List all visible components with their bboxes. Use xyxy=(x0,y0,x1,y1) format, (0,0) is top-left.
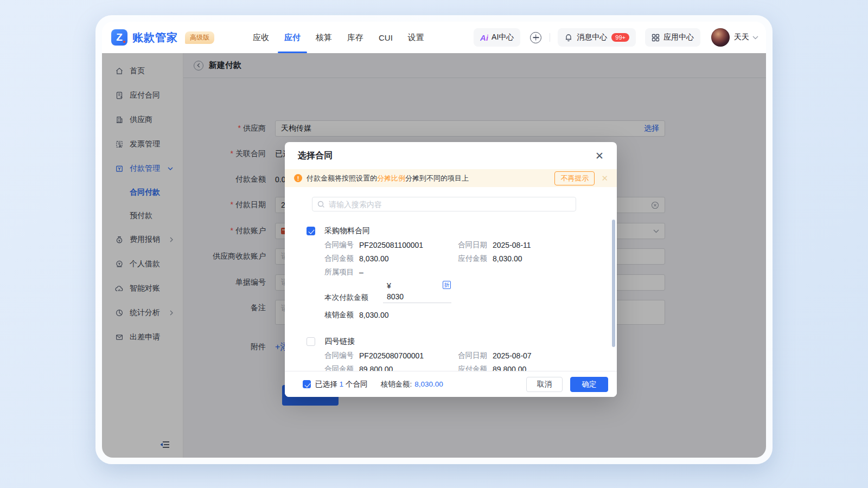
search-input[interactable] xyxy=(329,200,571,209)
chevron-down-icon[interactable] xyxy=(752,36,758,40)
nav-item-accounting[interactable]: 核算 xyxy=(308,22,340,53)
dialog-title: 选择合同 xyxy=(298,150,333,162)
navbar-right: Ai AI中心 消息中心 99+ xyxy=(474,28,758,47)
contract-no: PF2025080700001 xyxy=(359,351,424,360)
contract-date: 2025-08-07 xyxy=(493,351,532,360)
nav-item-cui[interactable]: CUI xyxy=(371,22,400,53)
contract-checkbox[interactable] xyxy=(307,227,315,235)
message-center-button[interactable]: 消息中心 99+ xyxy=(558,28,636,47)
current-payment-input[interactable]: ¥ 折 8030 xyxy=(383,292,451,303)
search-icon xyxy=(317,201,325,208)
banner-highlight[interactable]: 分摊比例 xyxy=(377,174,405,182)
contract-name: 四号链接 xyxy=(324,337,355,346)
warning-icon: ! xyxy=(294,174,302,182)
nav-item-receivable[interactable]: 应收 xyxy=(245,22,277,53)
contract-name: 采购物料合同 xyxy=(324,226,370,236)
payable-amount: 8,030.00 xyxy=(493,254,522,263)
contract-amount: 89,800.00 xyxy=(359,365,393,371)
project: – xyxy=(359,268,363,277)
contract-item: 四号链接 合同编号PF2025080700001 合同日期2025-08-07 … xyxy=(307,337,617,371)
nav-item-inventory[interactable]: 库存 xyxy=(340,22,371,53)
dialog-footer: 已选择1个合同 核销金额: 8,030.00 取消 确定 xyxy=(285,371,617,397)
ai-center-button[interactable]: Ai AI中心 xyxy=(474,28,520,47)
search-box[interactable] xyxy=(312,197,576,211)
banner-close-icon[interactable]: ✕ xyxy=(601,174,608,183)
dialog-body: 采购物料合同 合同编号PF2025081100001 合同日期2025-08-1… xyxy=(285,187,617,371)
brand[interactable]: Z 账款管家 高级版 xyxy=(111,29,214,46)
dont-remind-button[interactable]: 不再提示 xyxy=(554,171,595,185)
brand-name: 账款管家 xyxy=(132,30,178,45)
banner-text: 付款金额将按照设置的分摊比例分摊到不同的项目上 xyxy=(307,174,469,183)
footer-writeoff-label: 核销金额: xyxy=(381,380,412,389)
dialog-header: 选择合同 ✕ xyxy=(285,142,617,169)
payable-amount: 89,800.00 xyxy=(493,365,526,371)
contract-item: 采购物料合同 合同编号PF2025081100001 合同日期2025-08-1… xyxy=(307,226,617,320)
grid-icon xyxy=(652,34,660,42)
user-name: 天天 xyxy=(734,33,749,42)
contract-no: PF2025081100001 xyxy=(359,241,423,249)
create-button[interactable] xyxy=(530,32,541,43)
brand-logo-icon: Z xyxy=(111,29,127,46)
modal-scrollbar[interactable] xyxy=(612,220,615,347)
select-contract-dialog: 选择合同 ✕ ! 付款金额将按照设置的分摊比例分摊到不同的项目上 不再提示 ✕ … xyxy=(285,142,617,397)
contract-checkbox[interactable] xyxy=(307,337,315,346)
plus-icon xyxy=(530,32,541,43)
nav-item-settings[interactable]: 设置 xyxy=(400,22,432,53)
confirm-button[interactable]: 确定 xyxy=(570,377,608,392)
writeoff-amount: 8,030.00 xyxy=(359,311,389,319)
ai-icon: Ai xyxy=(480,33,488,42)
app-center-button[interactable]: 应用中心 xyxy=(645,28,700,47)
currency-symbol: ¥ xyxy=(387,281,391,290)
bell-icon xyxy=(564,33,573,42)
user-avatar[interactable] xyxy=(711,28,730,47)
nav-item-payable[interactable]: 应付 xyxy=(277,22,308,53)
close-icon[interactable]: ✕ xyxy=(595,151,604,161)
desktop: Z 账款管家 高级版 应收 应付 核算 库存 CUI 设置 Ai AI中心 xyxy=(0,0,868,488)
main-nav: 应收 应付 核算 库存 CUI 设置 xyxy=(245,22,432,53)
top-navbar: Z 账款管家 高级版 应收 应付 核算 库存 CUI 设置 Ai AI中心 xyxy=(102,22,766,53)
select-all-checkbox[interactable] xyxy=(303,380,311,388)
plan-badge: 高级版 xyxy=(185,31,214,44)
contract-amount: 8,030.00 xyxy=(359,254,389,263)
warning-banner: ! 付款金额将按照设置的分摊比例分摊到不同的项目上 不再提示 ✕ xyxy=(285,169,617,187)
contract-date: 2025-08-11 xyxy=(493,241,531,249)
discount-tag[interactable]: 折 xyxy=(443,281,451,289)
selected-summary: 已选择1个合同 xyxy=(315,380,368,389)
footer-writeoff-value: 8,030.00 xyxy=(414,380,443,388)
divider xyxy=(550,33,550,42)
cancel-button[interactable]: 取消 xyxy=(526,377,563,392)
unread-badge: 99+ xyxy=(611,33,629,42)
